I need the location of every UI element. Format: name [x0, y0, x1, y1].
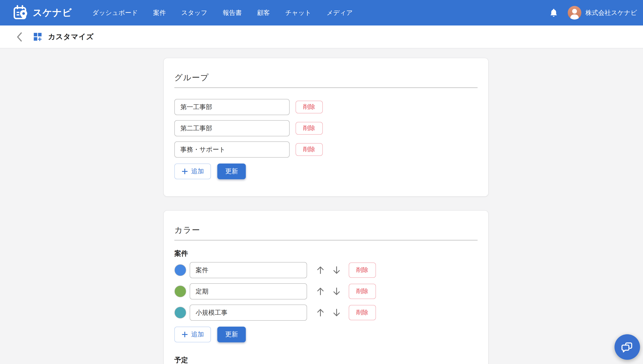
plus-icon — [181, 331, 188, 338]
customize-grid-icon — [33, 32, 43, 42]
group-name-input[interactable] — [174, 99, 290, 115]
delete-group-button[interactable]: 削除 — [296, 143, 323, 156]
plus-icon — [181, 168, 188, 174]
group-actions: 追加 更新 — [174, 164, 478, 179]
color-card: カラー 案件 削除 — [163, 210, 489, 364]
back-chevron-icon[interactable] — [16, 32, 23, 42]
nav-item-chat[interactable]: チャット — [278, 0, 319, 26]
project-color-actions: 追加 更新 — [174, 326, 478, 342]
brand-name: スケナビ — [33, 6, 72, 19]
color-name-input[interactable] — [190, 262, 307, 278]
brand-logo[interactable]: スケナビ — [13, 4, 72, 21]
nav-item-reports[interactable]: 報告書 — [215, 0, 250, 26]
company-name[interactable]: 株式会社スケナビ — [585, 9, 637, 17]
page-header: カスタマイズ — [0, 26, 643, 48]
color-row: 削除 — [174, 304, 478, 321]
app-viewport: スケナビ ダッシュボード 案件 スタッフ 報告書 顧客 チャット メディア 株式… — [0, 0, 643, 364]
group-rows: 削除 削除 削除 — [174, 99, 478, 158]
nav-item-projects[interactable]: 案件 — [145, 0, 173, 26]
group-card: グループ 削除 削除 削除 — [163, 58, 489, 197]
add-color-button[interactable]: 追加 — [174, 326, 211, 342]
move-up-button[interactable] — [316, 287, 325, 296]
color-name-input[interactable] — [190, 304, 307, 321]
group-card-title: グループ — [174, 72, 478, 83]
main-content: グループ 削除 削除 削除 — [0, 48, 643, 364]
move-down-button[interactable] — [332, 308, 341, 317]
chat-bubbles-icon — [621, 341, 634, 354]
calendar-pin-logo-icon — [13, 4, 30, 21]
main-nav: ダッシュボード 案件 スタッフ 報告書 顧客 チャット メディア — [85, 0, 360, 26]
group-row: 削除 — [174, 99, 478, 115]
color-swatch[interactable] — [174, 307, 186, 318]
schedule-colors-heading: 予定 — [174, 356, 478, 364]
delete-group-button[interactable]: 削除 — [296, 101, 323, 114]
color-card-title: カラー — [174, 225, 478, 236]
move-down-button[interactable] — [332, 266, 341, 275]
color-swatch[interactable] — [174, 264, 186, 276]
delete-color-button[interactable]: 削除 — [349, 284, 376, 299]
chat-fab-button[interactable] — [614, 334, 640, 360]
color-name-input[interactable] — [190, 283, 307, 300]
user-avatar[interactable] — [567, 6, 581, 20]
group-name-input[interactable] — [174, 120, 290, 136]
group-row: 削除 — [174, 142, 478, 158]
add-color-label: 追加 — [191, 330, 204, 338]
delete-group-button[interactable]: 削除 — [296, 122, 323, 135]
nav-item-customers[interactable]: 顧客 — [250, 0, 278, 26]
nav-item-media[interactable]: メディア — [319, 0, 360, 26]
move-up-button[interactable] — [316, 266, 325, 275]
top-navbar: スケナビ ダッシュボード 案件 スタッフ 報告書 顧客 チャット メディア 株式… — [0, 0, 643, 26]
divider — [174, 88, 478, 88]
nav-item-staff[interactable]: スタッフ — [173, 0, 215, 26]
color-row: 削除 — [174, 262, 478, 278]
page-title: カスタマイズ — [48, 32, 94, 42]
project-colors-heading: 案件 — [174, 249, 478, 258]
divider — [174, 240, 478, 240]
move-up-button[interactable] — [316, 308, 325, 317]
color-row: 削除 — [174, 283, 478, 300]
color-swatch[interactable] — [174, 286, 186, 297]
add-group-button[interactable]: 追加 — [174, 164, 211, 179]
group-row: 削除 — [174, 120, 478, 136]
update-groups-button[interactable]: 更新 — [217, 164, 246, 179]
delete-color-button[interactable]: 削除 — [349, 305, 376, 320]
group-name-input[interactable] — [174, 142, 290, 158]
project-color-rows: 削除 削除 — [174, 262, 478, 321]
add-group-label: 追加 — [191, 167, 204, 176]
notifications-bell-icon[interactable] — [549, 8, 558, 18]
delete-color-button[interactable]: 削除 — [349, 262, 376, 278]
nav-item-dashboard[interactable]: ダッシュボード — [85, 0, 145, 26]
move-down-button[interactable] — [332, 287, 341, 296]
update-colors-button[interactable]: 更新 — [217, 326, 246, 342]
